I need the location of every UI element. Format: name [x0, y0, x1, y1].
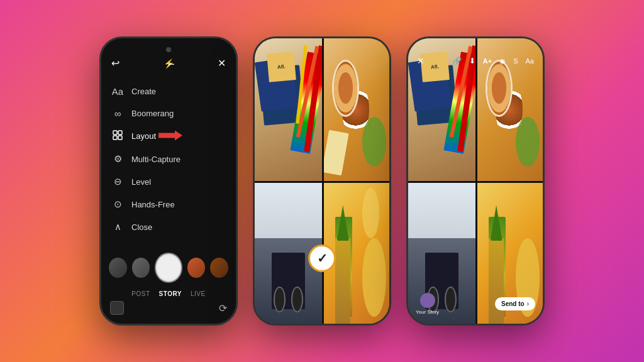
- story-bottom-bar: Your Story Send to ›: [408, 288, 543, 324]
- story-top-bar: ✕ 🔗 ⬇ A+ ◉ S Aa: [408, 38, 543, 71]
- checkmark-button[interactable]: [308, 244, 336, 272]
- boomerang-icon: ∞: [111, 108, 124, 119]
- svg-rect-1: [118, 131, 122, 134]
- create-icon: Aa: [111, 86, 124, 97]
- level-label: Level: [131, 177, 151, 187]
- svg-rect-0: [113, 131, 117, 134]
- flash-off-icon[interactable]: ⚡̶: [164, 58, 174, 69]
- menu-item-boomerang[interactable]: ∞ Boomerang: [111, 102, 226, 124]
- close-menu-icon: ∧: [111, 221, 124, 233]
- download-icon[interactable]: ⬇: [469, 57, 475, 65]
- shutter-button[interactable]: [155, 253, 182, 283]
- hands-free-label: Hands-Free: [131, 200, 175, 209]
- menu-item-layout[interactable]: Layout: [111, 124, 226, 148]
- tab-live[interactable]: LIVE: [191, 290, 206, 297]
- svg-rect-2: [113, 136, 117, 140]
- add-text-icon[interactable]: A+: [483, 57, 492, 65]
- phone-story-preview: Afl.: [253, 36, 391, 326]
- menu-item-level[interactable]: ⊖ Level: [111, 170, 226, 193]
- layout-icon: [111, 130, 124, 142]
- menu-bottom: POST STORY LIVE ⟳: [101, 248, 236, 324]
- link-icon[interactable]: 🔗: [452, 57, 462, 65]
- avatar-4: [210, 258, 228, 278]
- food-image: [322, 38, 389, 181]
- your-story-button[interactable]: Your Story: [416, 293, 439, 315]
- effects-icon[interactable]: S: [513, 57, 518, 65]
- art-image: Afl.: [255, 38, 322, 181]
- gallery-thumbnail[interactable]: [110, 301, 124, 315]
- avatar-row: [101, 248, 236, 288]
- bottom-icons-row: ⟳: [101, 301, 236, 317]
- grid-cell-food: [322, 38, 389, 181]
- menu-item-hands-free[interactable]: ⊙ Hands-Free: [111, 193, 226, 216]
- menu-top-bar: ↩ ⚡̶ ✕: [101, 38, 236, 75]
- tab-post[interactable]: POST: [131, 290, 150, 297]
- send-to-label: Send to: [501, 300, 525, 307]
- send-to-button[interactable]: Send to ›: [495, 297, 535, 310]
- story-divider-vertical: [322, 38, 324, 324]
- svg-rect-3: [118, 136, 122, 140]
- phone-menu: ↩ ⚡̶ ✕ Aa Create ∞ Boomerang Layout: [99, 36, 238, 326]
- avatar-1: [109, 258, 127, 278]
- phone-notch: [166, 47, 171, 52]
- hands-free-icon: ⊙: [111, 199, 124, 210]
- menu-list: Aa Create ∞ Boomerang Layout: [101, 75, 236, 243]
- your-story-circle: [420, 293, 435, 308]
- grid-cell-art: Afl.: [255, 38, 322, 181]
- multi-capture-icon: ⚙: [111, 153, 124, 165]
- red-arrow: [158, 130, 182, 142]
- avatar-3: [187, 258, 206, 278]
- layout-label: Layout: [131, 131, 156, 141]
- tab-story[interactable]: STORY: [159, 290, 182, 297]
- flip-camera-icon[interactable]: ⟳: [219, 302, 227, 314]
- close-menu-label: Close: [131, 222, 152, 232]
- close-story-icon[interactable]: ✕: [417, 56, 425, 66]
- menu-item-close[interactable]: ∧ Close: [111, 216, 226, 238]
- level-icon: ⊖: [111, 176, 124, 187]
- sticker-icon[interactable]: ◉: [499, 57, 506, 65]
- boomerang-label: Boomerang: [131, 109, 174, 118]
- menu-item-multi-capture[interactable]: ⚙ Multi-Capture: [111, 148, 226, 170]
- phone-story-share: Afl.: [406, 36, 545, 326]
- close-icon[interactable]: ✕: [218, 57, 226, 69]
- avatar-2: [132, 258, 150, 278]
- text-icon[interactable]: Aa: [526, 57, 534, 65]
- send-to-chevron-icon: ›: [527, 300, 529, 307]
- svg-marker-4: [158, 130, 182, 140]
- your-story-label: Your Story: [416, 309, 439, 315]
- nav-tabs: POST STORY LIVE: [101, 288, 236, 301]
- back-icon[interactable]: ↩: [111, 57, 119, 69]
- story-divider-vertical-share: [475, 38, 477, 324]
- multi-capture-label: Multi-Capture: [131, 155, 180, 164]
- create-label: Create: [131, 87, 156, 96]
- menu-item-create[interactable]: Aa Create: [111, 80, 226, 102]
